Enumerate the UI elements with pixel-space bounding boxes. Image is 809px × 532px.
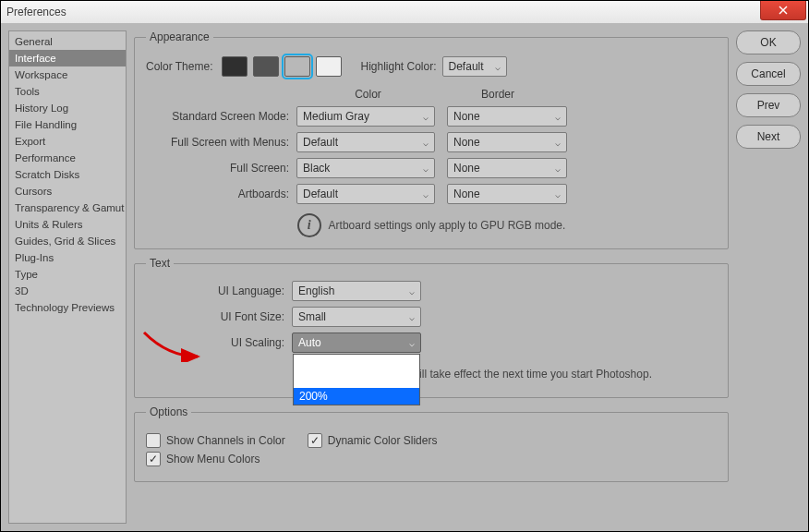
dynamic-sliders-checkbox[interactable]: Dynamic Color Sliders bbox=[308, 433, 438, 448]
color-theme-label: Color Theme: bbox=[146, 60, 212, 73]
ui-scaling-option[interactable]: 200% bbox=[294, 388, 419, 405]
sidebar-item-interface[interactable]: Interface bbox=[9, 50, 126, 66]
highlight-color-label: Highlight Color: bbox=[360, 60, 436, 73]
text-group: Text UI Language: English ⌵ UI Font Size… bbox=[134, 257, 729, 398]
chevron-down-icon: ⌵ bbox=[495, 62, 501, 72]
sidebar-item-export[interactable]: Export bbox=[9, 133, 126, 150]
ui-language-label: UI Language: bbox=[146, 284, 284, 297]
ui-scaling-dropdown[interactable]: Auto100%200% bbox=[293, 354, 420, 405]
sidebar-item-transparency-gamut[interactable]: Transparency & Gamut bbox=[9, 200, 126, 216]
screen-mode-color-select[interactable]: Medium Gray⌵ bbox=[296, 106, 435, 127]
appearance-group: Appearance Color Theme: Highlight Color:… bbox=[134, 30, 729, 249]
sidebar-item-3d[interactable]: 3D bbox=[9, 283, 126, 299]
select-value: Medium Gray bbox=[303, 110, 369, 123]
sidebar-item-tools[interactable]: Tools bbox=[9, 83, 126, 100]
show-menu-colors-label: Show Menu Colors bbox=[166, 453, 260, 466]
chevron-down-icon: ⌵ bbox=[409, 338, 415, 348]
color-theme-swatch[interactable] bbox=[253, 56, 279, 77]
artboard-note: Artboard settings only apply to GPU RGB … bbox=[329, 219, 566, 232]
screen-mode-label: Standard Screen Mode: bbox=[146, 110, 289, 123]
color-theme-swatch[interactable] bbox=[316, 56, 342, 77]
prev-button[interactable]: Prev bbox=[736, 93, 801, 117]
highlight-color-value: Default bbox=[449, 60, 484, 73]
cancel-button[interactable]: Cancel bbox=[736, 62, 801, 86]
sidebar-item-type[interactable]: Type bbox=[9, 266, 126, 283]
sidebar-item-general[interactable]: General bbox=[9, 33, 126, 50]
select-value: None bbox=[453, 136, 480, 149]
dynamic-sliders-label: Dynamic Color Sliders bbox=[328, 434, 438, 447]
color-theme-swatches bbox=[222, 56, 342, 77]
text-legend: Text bbox=[146, 257, 174, 270]
options-legend: Options bbox=[146, 405, 191, 418]
ui-language-value: English bbox=[298, 284, 334, 297]
options-group: Options Show Channels in Color Dynamic C… bbox=[134, 405, 729, 482]
screen-mode-label: Full Screen: bbox=[146, 162, 289, 175]
category-sidebar: GeneralInterfaceWorkspaceToolsHistory Lo… bbox=[8, 30, 127, 524]
ui-font-size-select[interactable]: Small ⌵ bbox=[292, 307, 421, 327]
select-value: Default bbox=[303, 136, 338, 149]
sidebar-item-plug-ins[interactable]: Plug-Ins bbox=[9, 249, 126, 266]
ui-font-size-value: Small bbox=[298, 310, 326, 323]
dialog-body: GeneralInterfaceWorkspaceToolsHistory Lo… bbox=[1, 23, 808, 531]
ui-language-select[interactable]: English ⌵ bbox=[292, 281, 421, 301]
screen-mode-border-select[interactable]: None⌵ bbox=[447, 184, 567, 204]
info-icon: i bbox=[297, 213, 321, 237]
screen-mode-border-select[interactable]: None⌵ bbox=[447, 106, 567, 127]
dialog-actions: OK Cancel Prev Next bbox=[736, 30, 801, 524]
color-theme-swatch[interactable] bbox=[222, 56, 248, 77]
highlight-color-select[interactable]: Default ⌵ bbox=[442, 56, 507, 77]
show-channels-label: Show Channels in Color bbox=[166, 434, 285, 447]
column-header-color: Color bbox=[296, 88, 440, 101]
sidebar-item-file-handling[interactable]: File Handling bbox=[9, 116, 126, 133]
chevron-down-icon: ⌵ bbox=[423, 163, 429, 174]
sidebar-item-units-rulers[interactable]: Units & Rulers bbox=[9, 216, 126, 233]
checkbox-icon bbox=[146, 433, 161, 448]
column-header-border: Border bbox=[447, 88, 549, 101]
screen-mode-color-select[interactable]: Default⌵ bbox=[296, 184, 435, 204]
chevron-down-icon: ⌵ bbox=[423, 138, 429, 148]
sidebar-item-guides-grid-slices[interactable]: Guides, Grid & Slices bbox=[9, 233, 126, 249]
screen-mode-label: Artboards: bbox=[146, 187, 289, 200]
ui-scaling-label: UI Scaling: bbox=[146, 336, 284, 349]
sidebar-item-workspace[interactable]: Workspace bbox=[9, 66, 126, 83]
chevron-down-icon: ⌵ bbox=[555, 189, 561, 200]
ui-scaling-value: Auto bbox=[298, 336, 321, 349]
ui-scaling-option[interactable]: Auto bbox=[294, 355, 419, 371]
chevron-down-icon: ⌵ bbox=[423, 189, 429, 200]
sidebar-item-technology-previews[interactable]: Technology Previews bbox=[9, 299, 126, 316]
screen-mode-grid: Color Border Standard Screen Mode:Medium… bbox=[146, 88, 717, 204]
chevron-down-icon: ⌵ bbox=[409, 286, 415, 296]
show-menu-colors-checkbox[interactable]: Show Menu Colors bbox=[146, 452, 260, 466]
ui-scaling-option[interactable]: 100% bbox=[294, 371, 419, 388]
select-value: None bbox=[453, 110, 480, 123]
checkbox-icon bbox=[308, 433, 322, 448]
title-bar: Preferences bbox=[1, 1, 808, 24]
sidebar-item-scratch-disks[interactable]: Scratch Disks bbox=[9, 166, 126, 183]
close-button[interactable] bbox=[760, 1, 806, 20]
appearance-legend: Appearance bbox=[146, 30, 213, 43]
screen-mode-color-select[interactable]: Black⌵ bbox=[296, 158, 435, 178]
screen-mode-border-select[interactable]: None⌵ bbox=[447, 158, 567, 178]
ok-button[interactable]: OK bbox=[736, 30, 801, 54]
checkbox-icon bbox=[146, 452, 161, 466]
close-icon bbox=[778, 6, 789, 15]
sidebar-item-history-log[interactable]: History Log bbox=[9, 100, 126, 116]
select-value: None bbox=[453, 187, 480, 200]
show-channels-checkbox[interactable]: Show Channels in Color bbox=[146, 433, 285, 448]
color-theme-swatch[interactable] bbox=[284, 56, 310, 77]
chevron-down-icon: ⌵ bbox=[409, 312, 415, 322]
next-button[interactable]: Next bbox=[736, 125, 801, 149]
chevron-down-icon: ⌵ bbox=[423, 112, 429, 122]
ui-font-size-label: UI Font Size: bbox=[146, 310, 284, 323]
select-value: Black bbox=[303, 162, 330, 175]
screen-mode-color-select[interactable]: Default⌵ bbox=[296, 132, 435, 152]
select-value: Default bbox=[303, 187, 338, 200]
preferences-window: Preferences GeneralInterfaceWorkspaceToo… bbox=[0, 0, 809, 532]
ui-scaling-select[interactable]: Auto ⌵ Auto100%200% bbox=[292, 332, 421, 353]
screen-mode-border-select[interactable]: None⌵ bbox=[447, 132, 567, 152]
window-title: Preferences bbox=[6, 6, 66, 18]
sidebar-item-cursors[interactable]: Cursors bbox=[9, 183, 126, 200]
chevron-down-icon: ⌵ bbox=[555, 112, 561, 122]
sidebar-item-performance[interactable]: Performance bbox=[9, 150, 126, 166]
content-area: Appearance Color Theme: Highlight Color:… bbox=[134, 30, 729, 524]
